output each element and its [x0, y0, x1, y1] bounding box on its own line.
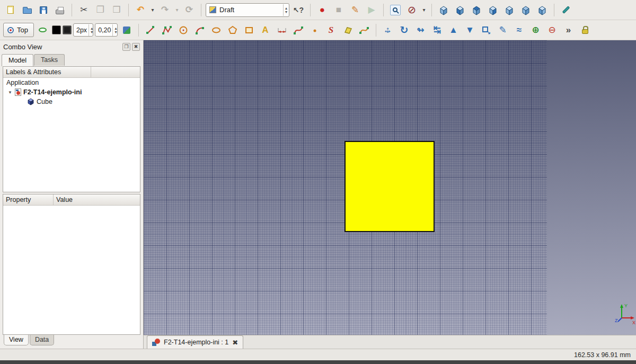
workbench-selector-spinner[interactable]: ▴ ▾ — [283, 4, 287, 16]
polygon-tool-icon[interactable] — [225, 23, 240, 38]
move-tool-icon[interactable]: ↔ ↕ — [381, 23, 395, 38]
document-tab[interactable]: F2-T14-ejemplo-ini : 1 ✖ — [147, 335, 243, 349]
toolbar-separator — [554, 4, 554, 16]
shape-2d-view-icon[interactable]: ≈ — [512, 23, 527, 38]
grid-toggle-icon[interactable] — [36, 23, 50, 38]
ellipse-tool-icon[interactable] — [209, 23, 224, 38]
scale-tool-icon[interactable]: ↘ — [479, 23, 494, 38]
cube-top-view[interactable] — [344, 141, 435, 232]
view-left-icon[interactable] — [535, 3, 550, 17]
lock-toolbar-icon[interactable] — [578, 23, 593, 38]
panel-close-icon[interactable]: ✖ — [132, 43, 140, 51]
draw-style-icon[interactable]: ⊘ — [404, 3, 419, 17]
draw-style-dropdown-icon[interactable]: ▾ — [421, 3, 427, 17]
tab-tasks[interactable]: Tasks — [34, 54, 65, 66]
text-height-spinner[interactable]: ▴ ▾ — [112, 24, 117, 36]
undo-dropdown-icon[interactable]: ▾ — [149, 3, 156, 17]
redo-dropdown-icon[interactable]: ▾ — [174, 3, 180, 17]
redo-icon[interactable]: ↷ — [157, 3, 172, 17]
point-tool-icon[interactable] — [307, 23, 322, 38]
dimension-tool-icon[interactable] — [275, 23, 289, 38]
add-point-icon[interactable]: ⊕ — [528, 23, 543, 38]
view-axonometric-icon[interactable] — [436, 3, 451, 17]
bspline-tool-icon[interactable] — [291, 23, 306, 38]
offset-tool-icon[interactable]: ↬ — [413, 23, 428, 38]
toolbar-separator — [383, 4, 384, 16]
circle-tool-icon[interactable] — [176, 23, 191, 38]
axis-y-label: Y — [624, 303, 628, 308]
tab-close-icon[interactable]: ✖ — [232, 339, 238, 347]
property-editor-header[interactable]: Property Value — [3, 194, 140, 206]
whats-this-icon[interactable]: ↖? — [291, 3, 306, 17]
macro-play-icon[interactable]: ▶ — [364, 3, 379, 17]
text-height-value: 0,20 — [98, 26, 111, 34]
undo-icon[interactable]: ↶ — [133, 3, 148, 17]
axis-x-label: X — [632, 320, 635, 325]
working-plane-button[interactable]: Top — [3, 23, 34, 37]
upgrade-tool-icon[interactable]: ▲ — [446, 23, 461, 38]
view-top-icon[interactable] — [469, 3, 484, 17]
line-width-spinbox[interactable]: 2px ▴ ▾ — [73, 23, 93, 37]
bezier-tool-icon[interactable] — [357, 23, 372, 38]
copy-icon[interactable]: ❐ — [93, 3, 108, 17]
macro-record-icon[interactable]: ● — [315, 3, 330, 17]
line-width-spinner[interactable]: ▴ ▾ — [89, 24, 93, 36]
wire-tool-icon[interactable] — [160, 23, 174, 38]
zoom-region-icon[interactable] — [388, 3, 403, 17]
text-tool-icon[interactable]: A — [258, 23, 273, 38]
print-icon[interactable] — [52, 3, 67, 17]
face-color-swatch[interactable] — [63, 25, 72, 34]
toolbar-overflow-icon[interactable]: » — [561, 23, 576, 38]
macro-stop-icon[interactable]: ■ — [331, 3, 346, 17]
view-bottom-icon[interactable] — [518, 3, 533, 17]
view-right-icon[interactable] — [485, 3, 500, 17]
value-column-header: Value — [54, 194, 140, 205]
model-tree-panel: Labels & Attributes Application ▼ F2-T14… — [3, 66, 140, 192]
3d-viewport[interactable]: Y X Z — [144, 40, 636, 335]
edit-tool-icon[interactable]: ✎ — [496, 23, 510, 38]
tab-model[interactable]: Model — [2, 54, 33, 66]
trimex-tool-icon[interactable]: ↹ — [430, 23, 445, 38]
tab-view[interactable]: View — [4, 335, 29, 345]
view-rear-icon[interactable] — [502, 3, 517, 17]
toolbar-separator — [128, 4, 129, 16]
facebinder-tool-icon[interactable] — [340, 23, 355, 38]
tree-header[interactable]: Labels & Attributes — [3, 67, 140, 78]
open-folder-icon[interactable] — [20, 3, 34, 17]
combo-view-titlebar: Combo View ❐ ✖ — [0, 40, 143, 53]
text-height-spinbox[interactable]: 0,20 ▴ ▾ — [95, 23, 117, 37]
spin-down-icon: ▾ — [91, 30, 93, 34]
save-icon[interactable] — [36, 3, 51, 17]
rotate-tool-icon[interactable]: ↻ — [397, 23, 412, 38]
toolbar-separator — [431, 4, 432, 16]
tree-item-document[interactable]: ▼ F2-T14-ejemplo-ini — [3, 87, 140, 97]
tree-item-cube[interactable]: Cube — [3, 97, 140, 106]
paste-icon[interactable]: ❒ — [109, 3, 124, 17]
vertical-arrows-icon: ↕ — [385, 25, 390, 34]
new-document-icon[interactable] — [3, 3, 18, 17]
folder-icon — [23, 8, 32, 14]
line-tool-icon[interactable] — [143, 23, 158, 38]
line-color-swatch[interactable] — [52, 25, 61, 34]
arc-tool-icon[interactable] — [192, 23, 207, 38]
refresh-icon[interactable]: ⟳ — [182, 3, 197, 17]
measure-icon[interactable] — [559, 3, 573, 17]
panel-float-icon[interactable]: ❐ — [122, 43, 130, 51]
autogroup-icon[interactable] — [119, 23, 134, 38]
combo-view-tabs: Model Tasks — [0, 53, 143, 66]
cut-icon[interactable]: ✂ — [76, 3, 91, 17]
property-editor-body[interactable] — [3, 206, 140, 334]
tab-data[interactable]: Data — [30, 335, 54, 345]
ruler-icon — [562, 6, 570, 14]
macro-edit-icon[interactable]: ✎ — [348, 3, 363, 17]
padlock-icon — [582, 29, 588, 34]
rectangle-tool-icon[interactable] — [242, 23, 257, 38]
downgrade-tool-icon[interactable]: ▼ — [463, 23, 478, 38]
remove-point-icon[interactable]: ⊖ — [545, 23, 560, 38]
tree-item-application[interactable]: Application — [3, 78, 140, 87]
workbench-selector[interactable]: Draft ▴ ▾ — [206, 3, 289, 17]
tree-expander-icon[interactable]: ▼ — [8, 90, 13, 95]
view-front-icon[interactable] — [453, 3, 467, 17]
shapestring-tool-icon[interactable]: S — [324, 23, 339, 38]
window-footer — [0, 360, 636, 364]
